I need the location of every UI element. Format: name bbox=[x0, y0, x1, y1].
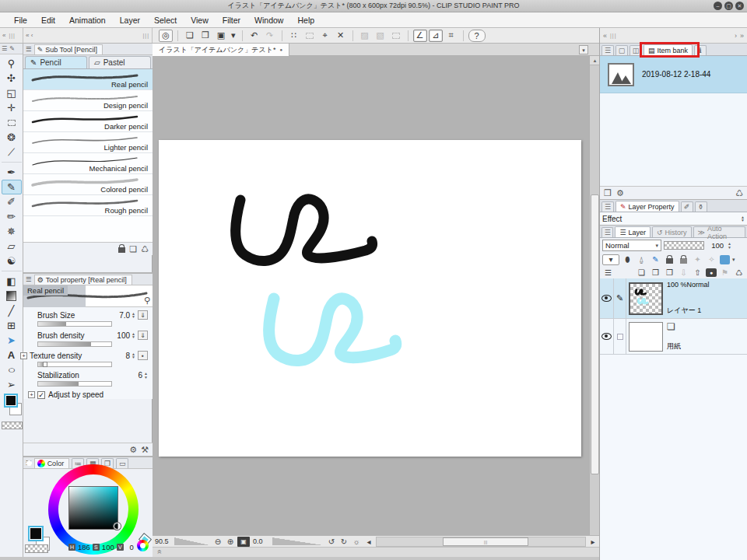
tool-airbrush[interactable]: ✏ bbox=[2, 209, 22, 224]
vertical-scroll-thumb[interactable] bbox=[591, 194, 599, 474]
panel-menu-icon[interactable]: ☰ bbox=[601, 227, 613, 237]
chevron-down-icon[interactable]: ▾ bbox=[732, 257, 735, 263]
menu-select[interactable]: Select bbox=[148, 14, 183, 26]
tool-frame-border[interactable]: ⊞ bbox=[2, 318, 22, 333]
param-slider[interactable] bbox=[37, 381, 112, 387]
transparent-swatch[interactable] bbox=[25, 544, 48, 553]
menu-filter[interactable]: Filter bbox=[216, 14, 247, 26]
layer-mask-icon[interactable]: ● bbox=[706, 268, 717, 277]
expand-icon[interactable]: + bbox=[20, 352, 27, 359]
layer-edit-cell[interactable] bbox=[614, 319, 626, 354]
scroll-right-icon[interactable]: ▸ bbox=[587, 537, 599, 547]
tool-balloon[interactable]: ○ bbox=[0, 362, 25, 377]
clear-selection-button[interactable]: ✕ bbox=[334, 30, 348, 42]
grip-icon[interactable]: ||| bbox=[143, 33, 149, 38]
panel-menu-icon[interactable]: ☰ bbox=[601, 45, 614, 55]
menu-help[interactable]: Help bbox=[291, 14, 321, 26]
duplicate-layer-icon[interactable]: ❐ bbox=[664, 267, 675, 278]
delete-layer-icon[interactable]: ♺ bbox=[733, 267, 745, 278]
panel-menu-icon[interactable]: ☰ bbox=[2, 45, 7, 52]
param-value[interactable]: 7.0 bbox=[110, 311, 130, 320]
layer-row-layer1[interactable]: ✎ 100 %Normal レイヤー 1 bbox=[600, 278, 747, 319]
menu-file[interactable]: File bbox=[8, 14, 33, 26]
open-file-button[interactable]: ❒ bbox=[198, 30, 212, 42]
rotate-ccw-icon[interactable]: ↺ bbox=[325, 537, 338, 547]
fwd-icon[interactable]: › bbox=[735, 32, 737, 40]
erase-disabled-button[interactable]: ▧ bbox=[374, 30, 388, 42]
param-slider[interactable] bbox=[37, 341, 112, 347]
layer-visibility-cell[interactable] bbox=[600, 319, 614, 354]
vertical-scrollbar[interactable]: ▴ bbox=[589, 56, 599, 535]
expand-icon[interactable]: + bbox=[28, 391, 35, 398]
subtool-item-colored-pencil[interactable]: Colored pencil bbox=[23, 174, 153, 195]
canvas-viewport[interactable] bbox=[153, 56, 589, 535]
param-source-button[interactable]: ⇓ bbox=[138, 310, 148, 320]
rotate-cw-icon[interactable]: ↻ bbox=[338, 537, 350, 547]
new-folder-icon[interactable]: ❐ bbox=[650, 267, 661, 278]
layer-list-icon[interactable]: ☰ bbox=[602, 267, 614, 278]
merge-down-icon[interactable]: ⇩ bbox=[678, 267, 689, 278]
selection-color-swatch[interactable] bbox=[720, 255, 730, 264]
panel-menu-icon[interactable]: ☰ bbox=[26, 45, 32, 53]
param-value[interactable]: 6 bbox=[122, 371, 142, 380]
grip-icon[interactable]: ||| bbox=[610, 33, 616, 38]
lock-layer-icon[interactable] bbox=[664, 254, 675, 265]
zoom-slider[interactable] bbox=[174, 537, 210, 545]
tool-blend[interactable]: ☯ bbox=[2, 254, 22, 268]
layer-edit-cell[interactable]: ✎ bbox=[614, 278, 626, 318]
zoom-value[interactable]: 90.5 bbox=[153, 537, 173, 545]
back-icon[interactable]: ‹ bbox=[31, 32, 33, 39]
hue-ring[interactable] bbox=[48, 464, 139, 555]
new-layer-icon[interactable]: ❏ bbox=[636, 267, 647, 278]
draft-layer-icon[interactable]: ⬮ bbox=[622, 254, 633, 265]
tab-layer[interactable]: ☰ Layer bbox=[615, 226, 651, 237]
reselect-button[interactable] bbox=[303, 30, 317, 42]
foreground-color-swatch[interactable] bbox=[4, 394, 18, 408]
tab-item-bank[interactable]: ▤ Item bank bbox=[644, 44, 693, 55]
new-subtool-icon[interactable]: ❏ bbox=[129, 244, 137, 254]
snap-to-ruler-button[interactable]: ∠ bbox=[413, 30, 427, 42]
opacity-value[interactable]: 100 bbox=[707, 241, 724, 250]
param-slider[interactable] bbox=[37, 362, 112, 367]
tool-figure[interactable]: ╱ bbox=[2, 303, 22, 318]
canvas-page[interactable] bbox=[159, 140, 581, 457]
expand-icon[interactable]: » bbox=[740, 32, 744, 40]
spinner[interactable]: ▲▼ bbox=[132, 352, 135, 359]
tool-property-title-tab[interactable]: ⚙ Tool property [Real pencil] bbox=[34, 275, 132, 285]
color-wheel-tab[interactable]: Color bbox=[34, 458, 70, 468]
new-file-button[interactable]: ❏ bbox=[183, 30, 197, 42]
mask-flag-icon[interactable]: ⚑ bbox=[719, 267, 731, 278]
redo-button[interactable]: ↷ bbox=[263, 30, 277, 42]
tool-move-layer[interactable]: ✛ bbox=[2, 100, 22, 115]
param-option-button[interactable]: ▪ bbox=[138, 351, 148, 360]
sub-tool-title-tab[interactable]: ✎ Sub Tool [Pencil] bbox=[34, 44, 103, 54]
tool-zoom[interactable]: ⚲ bbox=[2, 56, 22, 71]
help-button[interactable]: ? bbox=[468, 30, 486, 42]
tool-object[interactable]: ➤ bbox=[2, 333, 22, 348]
draft-pen-icon[interactable]: ✎ bbox=[650, 254, 661, 265]
spinner[interactable]: ▲▼ bbox=[132, 332, 135, 339]
snap-to-special-ruler-button[interactable]: ⊿ bbox=[429, 30, 443, 42]
tool-nav-tab-icon[interactable]: ⚱ bbox=[695, 201, 707, 212]
reference-layer-icon[interactable]: ⍙ bbox=[636, 254, 647, 265]
adjust-by-speed-checkbox[interactable]: ✓ bbox=[37, 391, 45, 399]
expand-chevrons-icon[interactable]: » bbox=[155, 550, 163, 555]
document-tab[interactable]: イラスト「アイテムバンク」テスト* ● bbox=[153, 44, 289, 56]
undo-button[interactable]: ↶ bbox=[247, 30, 261, 42]
layer-thumbnail-cell[interactable] bbox=[626, 319, 665, 354]
select-pen-button[interactable]: ⌖ bbox=[318, 30, 332, 42]
tool-auto-select[interactable]: ❂ bbox=[2, 130, 22, 145]
horizontal-scroll-thumb[interactable]: ||| bbox=[443, 537, 528, 546]
tool-text[interactable]: A bbox=[2, 348, 22, 362]
reset-settings-icon[interactable]: ⚙ bbox=[129, 445, 137, 455]
param-source-button[interactable]: ⇓ bbox=[138, 331, 148, 340]
csp-logo-icon[interactable]: ◎ bbox=[159, 30, 173, 42]
unclip-icon[interactable]: ✧ bbox=[706, 254, 717, 265]
wrench-icon[interactable]: ⚒ bbox=[141, 445, 149, 455]
subtool-item-real-pencil[interactable]: Real pencil bbox=[23, 69, 153, 90]
reset-view-icon[interactable]: ☼ bbox=[350, 537, 363, 547]
magnifier-icon[interactable]: ⚲ bbox=[144, 296, 150, 306]
clip-below-icon[interactable]: ✦ bbox=[692, 254, 703, 265]
sv-cursor[interactable] bbox=[114, 523, 121, 530]
tool-eraser[interactable]: ▱ bbox=[2, 239, 22, 254]
